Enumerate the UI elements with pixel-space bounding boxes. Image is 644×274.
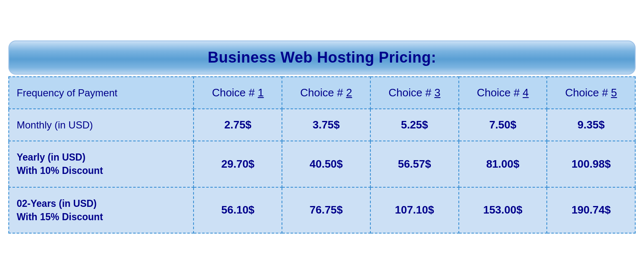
choice-2-number: 2	[346, 86, 352, 99]
two-year-price-1: 56.10$	[194, 187, 282, 233]
pricing-table: Frequency of Payment Choice # 1 Choice #…	[8, 76, 636, 234]
monthly-label: Monthly (in USD)	[9, 109, 194, 141]
choice-1-header: Choice # 1	[194, 77, 282, 109]
monthly-price-3: 5.25$	[370, 109, 459, 141]
two-year-price-5: 190.74$	[547, 187, 635, 233]
two-year-price-4: 153.00$	[459, 187, 547, 233]
choice-4-prefix: Choice #	[477, 86, 523, 99]
monthly-price-4: 7.50$	[459, 109, 547, 141]
two-year-label: 02-Years (in USD) With 15% Discount	[9, 187, 194, 233]
choice-5-prefix: Choice #	[565, 86, 611, 99]
frequency-header: Frequency of Payment	[9, 77, 194, 109]
monthly-price-1: 2.75$	[194, 109, 282, 141]
two-year-price-2: 76.75$	[282, 187, 370, 233]
title-bar: Business Web Hosting Pricing:	[8, 40, 636, 75]
monthly-price-5: 9.35$	[547, 109, 635, 141]
choice-2-header: Choice # 2	[282, 77, 370, 109]
monthly-row: Monthly (in USD) 2.75$ 3.75$ 5.25$ 7.50$…	[9, 109, 635, 141]
header-row: Frequency of Payment Choice # 1 Choice #…	[9, 77, 635, 109]
choice-1-prefix: Choice #	[212, 86, 258, 99]
two-year-label-line1: 02-Years (in USD)	[17, 198, 97, 209]
yearly-price-1: 29.70$	[194, 141, 282, 187]
main-container: Business Web Hosting Pricing: Frequency …	[0, 32, 644, 242]
two-year-price-3: 107.10$	[370, 187, 459, 233]
choice-1-number: 1	[258, 86, 264, 99]
choice-4-header: Choice # 4	[459, 77, 547, 109]
yearly-label: Yearly (in USD) With 10% Discount	[9, 141, 194, 187]
yearly-price-5: 100.98$	[547, 141, 635, 187]
choice-3-prefix: Choice #	[389, 86, 435, 99]
yearly-label-line1: Yearly (in USD)	[17, 152, 86, 163]
two-year-label-line2: With 15% Discount	[17, 211, 103, 222]
choice-4-number: 4	[523, 86, 528, 99]
yearly-price-3: 56.57$	[370, 141, 459, 187]
page-title: Business Web Hosting Pricing:	[208, 49, 436, 66]
yearly-row: Yearly (in USD) With 10% Discount 29.70$…	[9, 141, 635, 187]
two-year-row: 02-Years (in USD) With 15% Discount 56.1…	[9, 187, 635, 233]
yearly-label-line2: With 10% Discount	[17, 165, 103, 176]
choice-5-number: 5	[611, 86, 617, 99]
choice-3-number: 3	[434, 86, 440, 99]
monthly-price-2: 3.75$	[282, 109, 370, 141]
choice-3-header: Choice # 3	[370, 77, 459, 109]
choice-2-prefix: Choice #	[300, 86, 346, 99]
yearly-price-2: 40.50$	[282, 141, 370, 187]
choice-5-header: Choice # 5	[547, 77, 635, 109]
yearly-price-4: 81.00$	[459, 141, 547, 187]
